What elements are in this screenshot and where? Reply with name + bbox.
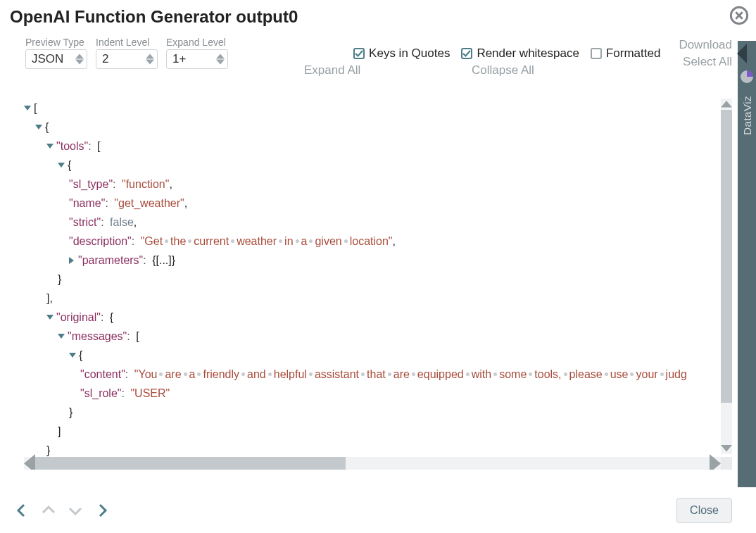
json-caret-expanded-icon[interactable] (69, 353, 76, 358)
chevron-down-icon (216, 59, 225, 65)
whitespace-dot-icon (309, 239, 313, 243)
checkmark-icon (355, 49, 363, 58)
whitespace-dot-icon (344, 239, 348, 243)
scroll-left-arrow-icon[interactable] (24, 457, 35, 470)
whitespace-dot-icon (296, 239, 299, 243)
preview-type-select[interactable]: JSON (25, 49, 87, 69)
chevron-down-icon (146, 59, 154, 65)
vertical-scroll-thumb[interactable] (721, 110, 732, 403)
whitespace-dot-icon (241, 372, 245, 376)
whitespace-dot-icon (564, 372, 567, 376)
close-x-icon (729, 6, 749, 25)
nav-last-button[interactable] (92, 500, 113, 521)
expand-all-link[interactable]: Expand All (304, 63, 360, 77)
chevron-right-icon (94, 502, 111, 519)
horizontal-scroll-thumb[interactable] (35, 457, 346, 470)
checkmark-icon (462, 49, 471, 58)
nav-prev-button[interactable] (38, 500, 59, 521)
whitespace-dot-icon (165, 239, 168, 243)
indent-level-label: Indent Level (96, 37, 158, 48)
expand-level-label: Expand Level (166, 37, 228, 48)
dataviz-sidebar-tab[interactable]: DataViz (738, 41, 756, 487)
json-caret-expanded-icon[interactable] (46, 144, 53, 149)
nav-first-button[interactable] (11, 500, 32, 521)
sidebar-expand-chevron-icon (737, 44, 747, 63)
scroll-down-arrow-icon[interactable] (721, 443, 732, 454)
collapse-all-link[interactable]: Collapse All (472, 63, 534, 77)
whitespace-dot-icon (605, 372, 608, 376)
chevron-down-icon (67, 502, 84, 519)
scroll-right-arrow-icon[interactable] (710, 457, 721, 470)
whitespace-dot-icon (529, 372, 532, 376)
vertical-scrollbar[interactable] (721, 99, 732, 454)
sidebar-progress-indicator-icon (741, 70, 753, 83)
whitespace-dot-icon (630, 372, 634, 376)
json-caret-expanded-icon[interactable] (58, 163, 65, 168)
scroll-up-arrow-icon[interactable] (721, 99, 732, 110)
json-caret-expanded-icon[interactable] (35, 125, 42, 130)
whitespace-dot-icon (159, 372, 163, 376)
chevron-up-icon (40, 502, 57, 519)
toolbar-row: Preview Type JSON Indent Level 2 Expand … (0, 31, 756, 72)
whitespace-dot-icon (231, 239, 234, 243)
json-viewer: [{"tools": [{"sl_type": "function","name… (24, 99, 732, 470)
chevron-up-icon (75, 54, 84, 59)
whitespace-dot-icon (388, 372, 391, 376)
whitespace-dot-icon (660, 372, 664, 376)
json-caret-expanded-icon[interactable] (24, 106, 31, 111)
sidebar-label: DataViz (741, 96, 753, 135)
chevron-down-icon (75, 59, 84, 65)
close-button[interactable]: Close (676, 498, 732, 523)
horizontal-scrollbar[interactable] (24, 457, 721, 470)
chevron-up-icon (146, 54, 154, 59)
expand-level-select[interactable]: 1+ (166, 49, 228, 69)
chevron-up-icon (216, 54, 225, 59)
whitespace-dot-icon (466, 372, 470, 376)
scrollbar-corner (721, 457, 732, 470)
preview-type-label: Preview Type (25, 37, 87, 48)
whitespace-dot-icon (279, 239, 282, 243)
indent-level-select[interactable]: 2 (96, 49, 158, 69)
keys-in-quotes-checkbox[interactable]: Keys in Quotes (353, 46, 450, 61)
whitespace-dot-icon (309, 372, 313, 376)
json-caret-expanded-icon[interactable] (58, 334, 65, 339)
chevron-left-icon (13, 502, 30, 519)
whitespace-dot-icon (188, 239, 191, 243)
nav-next-button[interactable] (65, 500, 86, 521)
render-whitespace-checkbox[interactable]: Render whitespace (461, 46, 579, 61)
close-icon-button[interactable] (729, 6, 749, 25)
record-navigation (11, 500, 113, 521)
whitespace-dot-icon (493, 372, 497, 376)
formatted-checkbox[interactable]: Formatted (591, 46, 660, 61)
dialog-title: OpenAI Function Generator output0 (0, 0, 756, 31)
whitespace-dot-icon (268, 372, 272, 376)
whitespace-dot-icon (361, 372, 365, 376)
download-link[interactable]: Download (679, 38, 732, 52)
whitespace-dot-icon (412, 372, 415, 376)
json-caret-collapsed-icon[interactable] (69, 257, 74, 264)
whitespace-dot-icon (184, 372, 187, 376)
whitespace-dot-icon (197, 372, 201, 376)
select-all-link[interactable]: Select All (683, 55, 732, 69)
json-caret-expanded-icon[interactable] (46, 315, 53, 320)
